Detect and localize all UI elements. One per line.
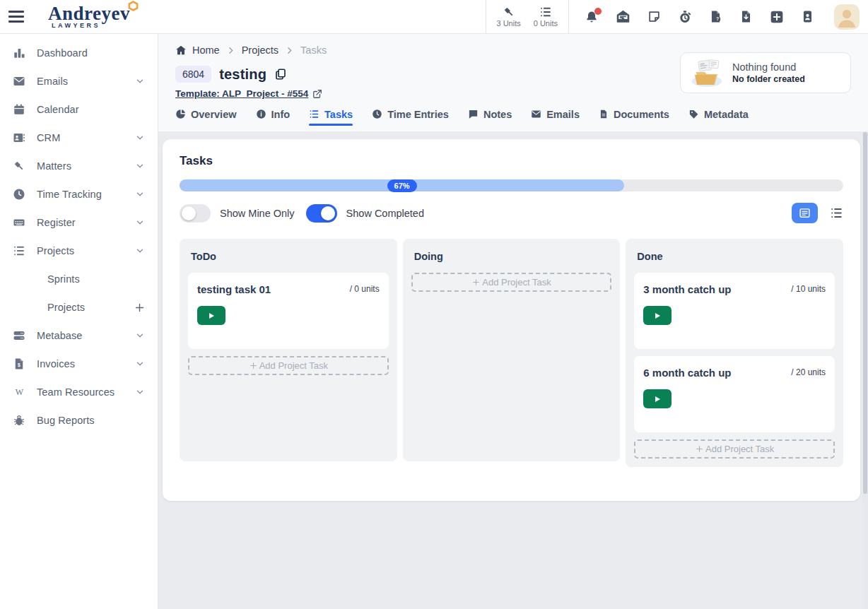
sidebar-item-crm[interactable]: CRM <box>0 124 158 152</box>
pie-icon <box>175 109 186 119</box>
tab-overview[interactable]: Overview <box>175 109 237 126</box>
database-icon <box>12 329 26 342</box>
tab-time-entries[interactable]: Time Entries <box>372 109 449 126</box>
topbar: Andreyev LAWYERS 3 Units 0 Units <box>0 0 868 34</box>
breadcrumb-projects[interactable]: Projects <box>242 45 278 56</box>
stopwatch-icon[interactable] <box>678 10 692 24</box>
template-row: Template: ALP_Project - #554 <box>175 88 327 99</box>
tab-metadata[interactable]: Metadata <box>688 109 749 126</box>
play-icon <box>207 312 216 320</box>
filter-row: Show Mine Only Show Completed <box>180 203 843 223</box>
sidebar-item-invoices[interactable]: $ Invoices <box>0 350 158 378</box>
task-units-counter[interactable]: 0 Units <box>527 6 564 28</box>
clock-icon <box>372 109 382 119</box>
chevron-down-icon <box>135 161 145 171</box>
page-head: Home Projects Tasks 6804 testing Templat… <box>158 34 868 99</box>
tab-label: Tasks <box>324 109 353 120</box>
tab-emails[interactable]: Emails <box>531 109 580 126</box>
bell-icon[interactable] <box>585 10 599 24</box>
tab-documents[interactable]: Documents <box>599 109 669 126</box>
project-title-row: 6804 testing <box>175 66 327 83</box>
list-view-button[interactable] <box>830 206 843 220</box>
page-title: testing <box>219 66 266 83</box>
breadcrumb-label: Projects <box>242 45 278 56</box>
chevron-down-icon <box>135 387 145 397</box>
sidebar-item-projects-sub[interactable]: Projects <box>0 293 158 321</box>
svg-text:$: $ <box>18 362 20 368</box>
sidebar: Dashboard Emails Calendar CRM Matters Ti… <box>0 34 158 609</box>
task-card[interactable]: testing task 01 / 0 units <box>188 273 389 349</box>
chevron-down-icon <box>135 189 145 199</box>
tab-notes[interactable]: Notes <box>468 109 512 126</box>
gavel-icon <box>503 6 515 18</box>
sidebar-item-dashboard[interactable]: Dashboard <box>0 39 158 67</box>
file-question-icon[interactable]: ? <box>709 10 722 23</box>
matter-units-counter[interactable]: 3 Units <box>491 6 527 28</box>
empty-folder-illustration <box>691 58 723 88</box>
project-id-badge: 6804 <box>175 66 211 83</box>
sidebar-item-metabase[interactable]: Metabase <box>0 321 158 350</box>
chevron-down-icon <box>135 218 145 227</box>
sidebar-item-emails[interactable]: Emails <box>0 67 158 95</box>
kanban-column-done: Done 3 month catch up / 10 units 6 month… <box>626 239 843 467</box>
sidebar-item-label: Team Resources <box>37 386 135 398</box>
file-icon <box>599 109 609 119</box>
sidebar-item-label: Register <box>37 217 135 228</box>
content-area: Tasks 67% Show Mine Only Show Completed <box>158 131 868 609</box>
list-icon <box>539 6 552 18</box>
show-completed-toggle[interactable] <box>306 204 337 223</box>
tab-info[interactable]: Info <box>256 109 291 126</box>
sidebar-item-label: Metabase <box>37 330 135 341</box>
folder-card-subtitle: No folder created <box>732 74 805 84</box>
chevron-down-icon <box>135 359 145 369</box>
tab-label: Documents <box>614 109 669 120</box>
sidebar-item-label: Time Tracking <box>37 189 135 200</box>
hamburger-menu-icon[interactable] <box>0 6 33 27</box>
unit-counters: 3 Units 0 Units <box>486 0 570 33</box>
toggle-label: Show Completed <box>346 208 424 219</box>
sidebar-item-register[interactable]: Register <box>0 208 158 237</box>
scrollbar-thumb[interactable] <box>863 132 867 494</box>
template-link[interactable]: Template: ALP_Project - #554 <box>175 88 308 99</box>
note-icon[interactable] <box>647 10 661 23</box>
sidebar-item-bug-reports[interactable]: Bug Reports <box>0 406 158 434</box>
add-project-task-button[interactable]: Add Project Task <box>411 273 612 292</box>
chevron-down-icon <box>135 76 145 86</box>
sidebar-item-projects[interactable]: Projects <box>0 237 158 265</box>
task-card[interactable]: 3 month catch up / 10 units <box>634 273 835 349</box>
start-timer-button[interactable] <box>197 306 225 325</box>
plus-icon[interactable] <box>134 302 145 313</box>
sidebar-item-time-tracking[interactable]: Time Tracking <box>0 180 158 208</box>
board-view-button[interactable] <box>792 203 818 223</box>
gavel-icon <box>12 160 26 172</box>
show-mine-only-toggle[interactable] <box>180 204 211 223</box>
mail-open-icon[interactable] <box>616 9 631 24</box>
copy-icon[interactable] <box>274 68 287 81</box>
sidebar-item-calendar[interactable]: Calendar <box>0 95 158 124</box>
task-card[interactable]: 6 month catch up / 20 units <box>634 356 835 432</box>
folder-status-card: Nothing found No folder created <box>680 52 851 93</box>
sidebar-item-matters[interactable]: Matters <box>0 152 158 180</box>
add-project-task-button[interactable]: Add Project Task <box>634 439 835 459</box>
svg-text:W: W <box>15 387 23 397</box>
sidebar-item-sprints[interactable]: Sprints <box>0 265 158 293</box>
kanban-board: ToDo testing task 01 / 0 units Add Proje… <box>180 239 843 467</box>
tab-tasks[interactable]: Tasks <box>309 109 353 126</box>
tag-icon <box>688 109 699 119</box>
add-project-task-button[interactable]: Add Project Task <box>188 356 389 375</box>
file-download-icon[interactable] <box>739 10 753 23</box>
start-timer-button[interactable] <box>643 389 671 408</box>
sidebar-item-label: Projects <box>37 245 135 256</box>
sidebar-item-team-resources[interactable]: W Team Resources <box>0 378 158 406</box>
add-task-label: Add Project Task <box>705 444 774 454</box>
tab-label: Metadata <box>704 109 749 120</box>
start-timer-button[interactable] <box>643 306 671 325</box>
avatar[interactable] <box>834 4 860 30</box>
plus-square-icon[interactable] <box>770 10 784 24</box>
contact-card-icon[interactable] <box>801 10 814 23</box>
envelope-icon <box>531 109 541 119</box>
wiki-icon: W <box>12 386 26 398</box>
tasks-panel-title: Tasks <box>180 154 843 168</box>
calendar-icon <box>12 103 26 116</box>
breadcrumb-home[interactable]: Home <box>175 45 220 56</box>
